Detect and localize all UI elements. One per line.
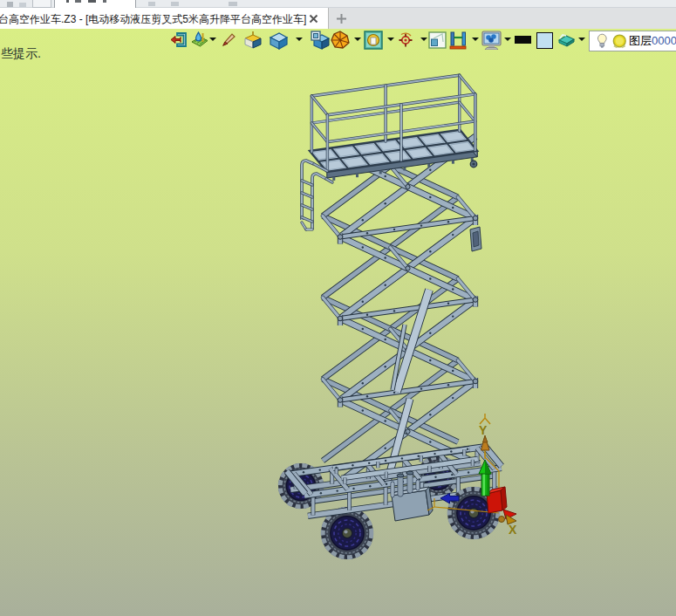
svg-text:X: X (509, 523, 517, 537)
svg-text:Y: Y (479, 423, 488, 437)
